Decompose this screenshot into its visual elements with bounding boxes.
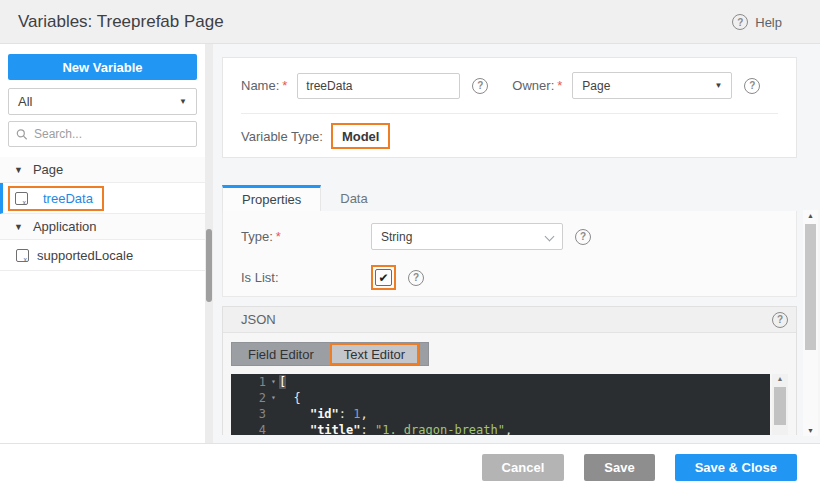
is-list-help-icon[interactable]: ? bbox=[408, 270, 424, 286]
tree-group-application[interactable]: ▼ Application bbox=[0, 214, 205, 240]
variable-filter-value: All bbox=[18, 94, 32, 109]
required-marker: * bbox=[276, 229, 281, 244]
search-icon bbox=[16, 128, 28, 141]
collapse-caret-icon: ▼ bbox=[14, 165, 23, 175]
variable-summary-panel: Name: * ? Owner: * Page ▼ ? Variable Typ… bbox=[222, 57, 797, 158]
owner-help-icon[interactable]: ? bbox=[744, 78, 760, 94]
json-section: JSON ? Field Editor Text Editor 1 ▾ bbox=[222, 306, 797, 435]
page-title: Variables: Treeprefab Page bbox=[18, 0, 224, 44]
detail-tabs: Properties Data bbox=[222, 185, 387, 211]
tab-properties[interactable]: Properties bbox=[222, 185, 321, 211]
annotation-box: Model bbox=[331, 123, 391, 149]
variable-icon bbox=[15, 192, 28, 205]
required-marker: * bbox=[282, 78, 287, 93]
type-row: Type:* String ? bbox=[241, 223, 778, 250]
save-close-button[interactable]: Save & Close bbox=[675, 454, 797, 481]
chevron-down-icon bbox=[545, 233, 553, 241]
variable-filter-select[interactable]: All ▼ bbox=[8, 88, 197, 115]
editor-scrollbar-thumb[interactable] bbox=[774, 387, 786, 425]
variable-search bbox=[8, 121, 197, 147]
tree-group-label: Application bbox=[33, 219, 97, 234]
new-variable-button[interactable]: New Variable bbox=[8, 54, 197, 80]
help-icon: ? bbox=[732, 14, 748, 30]
name-owner-row: Name: * ? Owner: * Page ▼ ? bbox=[241, 58, 778, 114]
editor-wrap: 1 ▾ [ 2 ▾ { 3 bbox=[231, 374, 788, 435]
dialog-titlebar: Variables: Treeprefab Page ? Help bbox=[0, 0, 820, 44]
name-help-icon[interactable]: ? bbox=[472, 78, 488, 94]
cancel-button[interactable]: Cancel bbox=[482, 454, 565, 481]
name-label: Name: bbox=[241, 78, 279, 93]
content-scrollbar-thumb[interactable] bbox=[805, 224, 816, 350]
code-line: 1 ▾ [ bbox=[231, 374, 770, 390]
scroll-down-icon[interactable]: ▼ bbox=[803, 427, 818, 434]
tree-item-supportedlocale[interactable]: supportedLocale bbox=[0, 240, 205, 271]
caret-down-icon: ▼ bbox=[714, 81, 722, 90]
variables-tree: ▼ Page treeData ▼ Application supportedL… bbox=[0, 157, 205, 271]
is-list-checkbox[interactable]: ✔ bbox=[375, 269, 392, 286]
tree-item-label: supportedLocale bbox=[37, 248, 133, 263]
is-list-label: Is List: bbox=[241, 270, 371, 285]
field-editor-button[interactable]: Field Editor bbox=[232, 343, 330, 365]
variables-dialog: Variables: Treeprefab Page ? Help New Va… bbox=[0, 0, 820, 490]
owner-value: Page bbox=[582, 79, 610, 93]
editor-scrollbar[interactable]: ▲ bbox=[772, 374, 788, 435]
owner-label: Owner: bbox=[512, 78, 554, 93]
name-input[interactable] bbox=[297, 73, 460, 99]
type-help-icon[interactable]: ? bbox=[575, 229, 591, 245]
toggle-end-cap bbox=[419, 343, 428, 365]
sidebar-scrollbar-thumb[interactable] bbox=[206, 229, 212, 302]
annotation-box: treeData bbox=[8, 186, 104, 211]
fold-caret-icon[interactable]: ▾ bbox=[271, 390, 279, 406]
scroll-up-icon[interactable]: ▲ bbox=[772, 375, 788, 382]
code-line: 2 ▾ { bbox=[231, 390, 770, 406]
editor-mode-toggle: Field Editor Text Editor bbox=[231, 342, 429, 366]
tree-item-label: treeData bbox=[43, 191, 93, 206]
tree-group-label: Page bbox=[33, 162, 63, 177]
type-label: Type:* bbox=[241, 229, 371, 244]
required-marker: * bbox=[557, 78, 562, 93]
json-section-header: JSON ? bbox=[223, 307, 796, 333]
variables-sidebar: New Variable All ▼ ▼ Page treeData bbox=[0, 44, 205, 443]
caret-down-icon: ▼ bbox=[179, 97, 187, 106]
dialog-footer: Cancel Save Save & Close bbox=[0, 443, 820, 490]
fold-caret-icon[interactable]: ▾ bbox=[271, 374, 279, 390]
line-number: 4 bbox=[231, 422, 269, 435]
annotation-box: ✔ bbox=[371, 265, 396, 290]
variable-icon bbox=[16, 249, 29, 262]
code-line: 3 "id": 1, bbox=[231, 406, 770, 422]
code-editor[interactable]: 1 ▾ [ 2 ▾ { 3 bbox=[231, 374, 770, 435]
content-scrollbar[interactable]: ▲ ▼ bbox=[803, 210, 818, 436]
is-list-row: Is List: ✔ ? bbox=[241, 265, 778, 290]
search-input[interactable] bbox=[34, 127, 189, 141]
tab-content: Type:* String ? Is List: ✔ ? bbox=[222, 211, 797, 435]
line-number: 1 bbox=[231, 374, 269, 390]
variable-type-value: Model bbox=[342, 129, 380, 144]
code-line: 4 "title": "1. dragon-breath", bbox=[231, 422, 770, 435]
collapse-caret-icon: ▼ bbox=[14, 222, 23, 232]
text-editor-button[interactable]: Text Editor bbox=[330, 343, 419, 365]
tree-item-treedata[interactable]: treeData bbox=[0, 183, 205, 214]
properties-form: Type:* String ? Is List: ✔ ? bbox=[222, 211, 797, 297]
save-button[interactable]: Save bbox=[584, 454, 654, 481]
scroll-up-icon[interactable]: ▲ bbox=[803, 212, 818, 219]
json-section-title: JSON bbox=[241, 312, 276, 327]
help-label: Help bbox=[755, 15, 782, 30]
type-value: String bbox=[381, 230, 412, 244]
line-number: 3 bbox=[231, 406, 269, 422]
json-help-icon[interactable]: ? bbox=[772, 312, 788, 328]
tab-data[interactable]: Data bbox=[321, 185, 386, 211]
sidebar-scrollbar[interactable] bbox=[205, 44, 213, 443]
type-select[interactable]: String bbox=[371, 223, 563, 250]
owner-select[interactable]: Page ▼ bbox=[572, 72, 732, 99]
variable-type-row: Variable Type: Model bbox=[241, 114, 778, 158]
tree-group-page[interactable]: ▼ Page bbox=[0, 157, 205, 183]
main-panel: Name: * ? Owner: * Page ▼ ? Variable Typ… bbox=[213, 44, 820, 443]
line-number: 2 bbox=[231, 390, 269, 406]
variable-type-label: Variable Type: bbox=[241, 129, 323, 144]
json-section-body: Field Editor Text Editor 1 ▾ [ bbox=[223, 333, 796, 435]
help-button[interactable]: ? Help bbox=[732, 0, 782, 44]
